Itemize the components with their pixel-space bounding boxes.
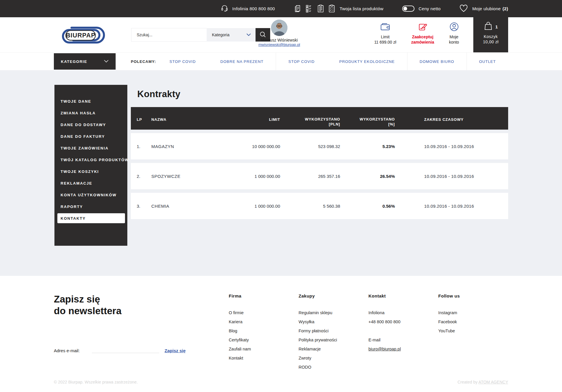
cell-zakres: 10.09.2016 - 10.09.2016 <box>395 204 502 209</box>
footer-col-title: Kontakt <box>369 293 438 298</box>
footer-col-follow: Follow us Instagram Facebook YouTube <box>438 293 508 392</box>
cell-wykorzystano-pct: 26.54% <box>340 174 395 179</box>
newsletter-email-input[interactable] <box>92 347 159 353</box>
search-input[interactable] <box>131 28 207 42</box>
footer-link-rodo[interactable]: RODO <box>299 363 369 372</box>
footer-col-kontakt: Kontakt Infoliona +48 800 800 800 E-mail… <box>369 293 438 392</box>
col-wykorzystano-pln: WYKORZYSTANO[PLN] <box>280 107 340 130</box>
footer-col-firma: Firma O firmie Kariera Blog Certyfikaty … <box>229 293 299 392</box>
footer-link-o-firmie[interactable]: O firmie <box>229 308 299 317</box>
footer-infoline-label: Infoliona <box>369 308 438 317</box>
col-wykorzystano-pct: WYKORZYSTANO[%] <box>340 107 395 130</box>
sidebar-item-twoje-dane[interactable]: TWOJE DANE <box>54 95 127 107</box>
contracts-table-header: LP NAZWA LIMIT WYKORZYSTANO[PLN] WYKORZY… <box>131 107 508 130</box>
nav-link-stop-covid-2[interactable]: STOP COVID <box>276 53 327 70</box>
sidebar-item-zmiana-hasla[interactable]: ZMIANA HASŁA <box>54 107 127 119</box>
sidebar-item-twoje-zamowienia[interactable]: TWOJE ZAMÓWIENIA <box>54 142 127 154</box>
table-row: 2. SPOZYWCZE 1 000 000.00 265 357.16 26.… <box>131 163 508 189</box>
checklist-icon[interactable] <box>305 4 313 13</box>
footer-col-title: Follow us <box>438 293 508 298</box>
footer-col-title: Firma <box>229 293 299 298</box>
limit-label: Limit <box>381 34 390 39</box>
table-row: 1. MAGAZYN 10 000 000.00 523 098.32 5.23… <box>131 133 508 159</box>
sidebar-item-konta-uzytkownikow[interactable]: KONTA UŻYTKOWNIKÓW <box>54 189 127 201</box>
footer-link-regulamin[interactable]: Regulamin sklepu <box>299 308 369 317</box>
limit-value: 11 699.00 zł <box>374 39 396 45</box>
edit-pencil-icon <box>418 21 428 32</box>
sidebar-item-twoj-katalog-produktow[interactable]: TWÓJ KATALOG PRODUKTÓW <box>54 154 127 166</box>
favorites[interactable]: Moje ulubione (2) <box>459 4 508 13</box>
heart-icon[interactable] <box>459 4 468 13</box>
footer-link-wysylka[interactable]: Wysyłka <box>299 317 369 326</box>
favorites-label[interactable]: Moje ulubione <box>472 6 501 11</box>
clipboard-check-icon[interactable] <box>328 4 335 13</box>
footer-link-facebook[interactable]: Facebook <box>438 317 508 326</box>
categories-menu-button[interactable]: KATEGORIE <box>54 53 116 70</box>
footer-link-reklamacje[interactable]: Reklamacje <box>299 345 369 354</box>
sidebar-item-dane-do-faktury[interactable]: DANE DO FAKTURY <box>54 130 127 142</box>
sidebar-item-raporty[interactable]: RAPORTY <box>54 201 127 212</box>
footer-email-label: E-mail <box>369 336 438 345</box>
col-limit: LIMIT <box>227 107 280 130</box>
footer-link-polityka[interactable]: Polityka prywatności <box>299 336 369 345</box>
footer-link-zwroty[interactable]: Zwroty <box>299 354 369 363</box>
cell-limit: 10 000 000.00 <box>227 144 280 149</box>
footer-link-instagram[interactable]: Instagram <box>438 308 508 317</box>
favorites-count: (2) <box>503 6 508 11</box>
my-account[interactable]: Moje konto <box>434 17 474 52</box>
net-prices-label: Ceny netto <box>419 6 441 11</box>
user-name: Mateusz Wiśniewski <box>261 38 298 42</box>
newsletter-email-label: Adres e-mail: <box>54 348 80 353</box>
recommend-label: POLECAMY: <box>131 59 156 64</box>
table-row: 3. CHEMIA 1 000 000.00 5 560.38 0.56% 10… <box>131 193 508 219</box>
footer-link-certyfikaty[interactable]: Certyfikaty <box>229 336 299 345</box>
footer-link-kariera[interactable]: Kariera <box>229 317 299 326</box>
col-zakres-czasowy: ZAKRES CZASOWY <box>395 107 502 130</box>
cell-lp: 2. <box>137 174 151 179</box>
cell-wykorzystano-pct: 5.23% <box>340 144 395 149</box>
nav-link-domowe-biuro[interactable]: DOMOWE BIURO <box>407 53 467 70</box>
sidebar-item-kontakty-active[interactable]: KONTAKTY <box>57 213 125 223</box>
copyright-text: © 2022 Biurpap. Wszelkie prawa zastrzeżo… <box>54 380 138 384</box>
my-account-line2: konto <box>449 39 459 45</box>
footer-link-blog[interactable]: Blog <box>229 326 299 336</box>
accept-orders-line1: Zaakceptuj <box>411 34 434 39</box>
cart-button[interactable]: 1 Koszyk 10,00 zł <box>473 17 508 52</box>
product-list-label[interactable]: Twoja lista produktów <box>340 6 383 11</box>
col-nazwa: NAZWA <box>151 107 227 130</box>
agency-link[interactable]: ATOM AGENCY <box>479 380 508 384</box>
contracts-panel: Kontrakty LP NAZWA LIMIT WYKORZYSTANO[PL… <box>131 70 508 219</box>
nav-link-produkty-ekologiczne[interactable]: PRODUKTY EKOLOGICZNE <box>327 53 407 70</box>
footer-phone: +48 800 800 800 <box>369 317 438 326</box>
newsletter-signup-link[interactable]: Zapisz się <box>165 348 186 353</box>
clipboard-lines-icon[interactable] <box>317 4 324 13</box>
nav-link-stop-covid-1[interactable]: STOP COVID <box>157 53 208 70</box>
documents-icon[interactable] <box>294 4 301 13</box>
footer-link-kontakt[interactable]: Kontakt <box>229 354 299 363</box>
footer-link-youtube[interactable]: YouTube <box>438 326 508 336</box>
main-nav: KATEGORIE POLECAMY: STOP COVID DOBRE NA … <box>0 52 562 70</box>
categories-label: KATEGORIE <box>61 59 87 64</box>
sidebar-item-reklamacje[interactable]: REKLAMACJE <box>54 177 127 189</box>
net-prices-toggle[interactable] <box>402 6 414 12</box>
cell-zakres: 10.09.2016 - 10.09.2016 <box>395 144 502 149</box>
user-avatar[interactable] <box>271 20 287 36</box>
sidebar-item-dane-do-dostawy[interactable]: DANE DO DOSTAWY <box>54 119 127 130</box>
main-header: BIURPAP Kategoria <box>0 17 562 52</box>
nav-link-outlet[interactable]: OUTLET <box>467 53 508 70</box>
user-email-link[interactable]: mwisniewski@biurpap.pl <box>258 42 300 47</box>
cart-label: Koszyk <box>484 34 498 39</box>
footer-link-formy-platnosci[interactable]: Formy płatności <box>299 326 369 336</box>
cell-lp: 3. <box>137 204 151 209</box>
svg-text:BIURPAP: BIURPAP <box>66 32 95 39</box>
created-by: Created by ATOM AGENCY <box>458 380 508 384</box>
newsletter-title-line1: Zapisz się <box>54 293 229 305</box>
sidebar-item-twoje-koszyki[interactable]: TWOJE KOSZYKI <box>54 166 127 177</box>
chevron-down-icon <box>104 59 109 64</box>
nav-link-dobre-na-prezent[interactable]: DOBRE NA PREZENT <box>208 53 276 70</box>
shopping-bag-icon <box>484 21 493 32</box>
cell-nazwa: CHEMIA <box>151 204 227 209</box>
footer-email-link[interactable]: biuro@biurpap.pl <box>369 345 438 354</box>
footer-link-zaufali-nam[interactable]: Zaufali nam <box>229 345 299 354</box>
biurpap-logo[interactable]: BIURPAP <box>60 24 109 47</box>
